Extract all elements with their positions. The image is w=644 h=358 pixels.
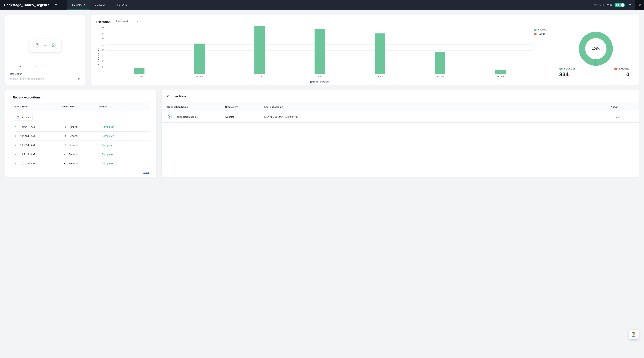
created-on: Created on 04/02/24 16:19 [10, 20, 81, 23]
stat-success-label: SUCCESS [564, 68, 576, 70]
cell-duration: < 1 Second [64, 144, 102, 147]
close-button[interactable] [636, 0, 644, 10]
cell-last-updated: Mon Apr, 01 2024, 03:59:04 AM [264, 116, 611, 118]
cell-time: 11:42:13 AM [20, 125, 64, 128]
bar[interactable] [254, 26, 265, 74]
bar[interactable] [194, 44, 204, 74]
connections-card: Connections Connection Name Created by L… [162, 90, 639, 177]
recent-table-header: Date & Time Time Taken Status [12, 103, 150, 110]
table-row[interactable]: 11:22:34 AM< 1 SecondCompleted [16, 150, 150, 159]
table-row[interactable]: Tables Backstage c...AlshefanMon Apr, 01… [162, 111, 639, 123]
legend-success: Success [538, 28, 547, 31]
recent-rows: 11:42:13 AM< 1 SecondCompleted11:39:43 A… [16, 122, 150, 168]
cell-status: Completed [102, 125, 148, 128]
help-icon[interactable]: ? [628, 3, 632, 8]
chevron-down-icon [136, 20, 138, 23]
stat-failure-value: 0 [626, 71, 630, 78]
execution-title: Execution : [96, 20, 112, 24]
flow-switcher[interactable]: Backstage_Tables_Registra... [0, 0, 67, 10]
pill-success [559, 68, 562, 70]
chart-bars [107, 27, 532, 74]
calendar-icon [16, 116, 19, 119]
legend-failure: Failure [538, 33, 546, 35]
cube-icon [49, 41, 58, 50]
col-status: Status [99, 105, 148, 108]
table-row[interactable]: 10:41:27 AM< 1 SecondCompleted [16, 159, 150, 168]
table-row[interactable]: 11:39:43 AM< 1 SecondCompleted [16, 132, 150, 141]
swatch-failure [534, 33, 536, 35]
execution-range-picker[interactable]: Last Week [116, 20, 155, 24]
date-group-label: 06/18/24 [21, 116, 30, 119]
col-last-updated: Last updated on [264, 106, 611, 108]
chevron-down-icon [54, 3, 58, 7]
cell-time: 10:41:27 AM [20, 162, 64, 165]
x-tick: 12-Jun [316, 75, 323, 78]
chart-legend: Success Failure [534, 26, 547, 79]
cell-time: 11:22:34 AM [20, 153, 64, 156]
bar[interactable] [134, 68, 144, 74]
test-button[interactable]: TEST [611, 114, 624, 120]
donut-chart: 100% [577, 30, 614, 68]
cell-created-by: Alshefan [225, 116, 264, 118]
bar[interactable] [435, 52, 446, 74]
cell-duration: < 1 Second [64, 135, 102, 138]
connections-rows: Tables Backstage c...AlshefanMon Apr, 01… [162, 111, 639, 123]
connector-icons: o─o [30, 39, 62, 52]
description-field: Description Please enter your descriptio… [10, 73, 81, 81]
overview-hero: Created on 04/02/24 16:19 o─o [5, 15, 86, 51]
col-date-time: Date & Time [14, 105, 62, 108]
donut-panel: 100% SUCCESS 334 FAILURE 0 [558, 26, 633, 79]
recent-executions-card: Recent executions Date & Time Time Taken… [5, 90, 156, 177]
toggle-knob [621, 3, 624, 7]
bar[interactable] [375, 34, 385, 74]
donut-percent: 100% [577, 30, 614, 68]
col-connection-name: Connection Name [167, 106, 225, 108]
x-tick: 09-Jun [136, 75, 142, 78]
bar[interactable] [314, 29, 325, 74]
svg-point-1 [37, 46, 38, 46]
col-created-by: Created by [225, 106, 264, 108]
tab-history[interactable]: HISTORY [111, 0, 132, 10]
link-icon: o─o [44, 44, 47, 47]
cell-status: Completed [102, 162, 148, 165]
connections-title: Connections [162, 90, 639, 103]
edit-icon[interactable] [77, 77, 81, 81]
chart-y-ticks: 80706050403020100 [102, 27, 105, 74]
pill-failure [614, 68, 618, 70]
notes-fab[interactable] [629, 329, 639, 339]
flow-name-truncated: Backstage_Tables_Registra... [4, 3, 52, 7]
tab-builder[interactable]: BUILDER [90, 0, 111, 10]
swatch-success [534, 29, 536, 31]
chart-x-axis-label: Date of Execution [107, 81, 532, 83]
svg-point-0 [36, 46, 37, 46]
svg-rect-6 [635, 332, 636, 334]
flow-status-label: YOUR FLOW IS [594, 4, 612, 6]
file-icon [33, 41, 42, 50]
cell-duration: < 1 Second [64, 125, 102, 128]
bar[interactable] [495, 70, 506, 74]
svg-rect-4 [17, 116, 19, 118]
x-tick: 14-Jun [437, 75, 444, 78]
table-row[interactable]: 11:37:48 AM< 1 SecondCompleted [16, 141, 150, 150]
toggle-on-text: ON [616, 4, 619, 6]
table-row[interactable]: 11:42:13 AM< 1 SecondCompleted [16, 122, 150, 132]
chart-y-axis-label: Execution Count [96, 26, 100, 79]
description-label: Description [10, 73, 22, 75]
x-tick: 13-Jun [376, 75, 384, 78]
x-tick: 10-Jun [196, 75, 203, 78]
svg-point-2 [37, 45, 37, 46]
chart-x-ticks: 09-Jun10-Jun11-Jun12-Jun13-Jun14-Jun15-J… [107, 75, 532, 78]
stat-failure-label: FAILURE [619, 68, 630, 70]
tab-summary[interactable]: SUMMARY [67, 0, 90, 10]
col-action: Action [611, 106, 633, 108]
header-right: YOUR FLOW IS ON ? [591, 0, 636, 10]
cell-time: 11:39:43 AM [20, 135, 64, 138]
cell-connection-name: Tables Backstage c... [167, 114, 225, 120]
more-link[interactable]: More [143, 171, 149, 174]
stat-success-value: 334 [559, 71, 576, 78]
app-header: Backstage_Tables_Registra... SUMMARY BUI… [0, 0, 644, 10]
date-group-chip[interactable]: 06/18/24 [14, 114, 33, 121]
flow-on-toggle[interactable]: ON [614, 3, 625, 7]
execution-range-value: Last Week [116, 20, 128, 23]
stat-failure: FAILURE 0 [614, 68, 630, 78]
